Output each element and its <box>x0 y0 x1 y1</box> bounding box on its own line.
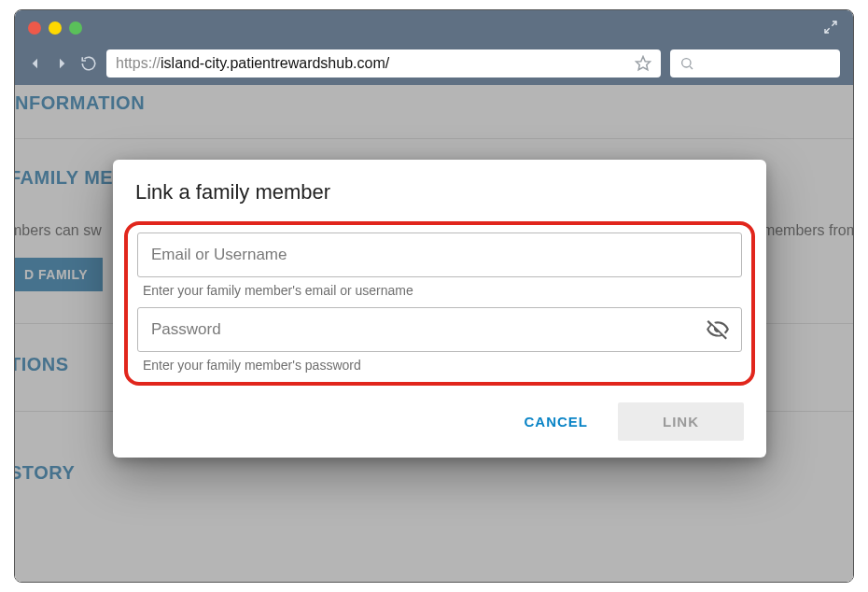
svg-line-4 <box>690 66 693 69</box>
email-username-input[interactable]: Email or Username <box>137 233 742 277</box>
bookmark-star-icon[interactable] <box>635 55 651 72</box>
password-placeholder-text: Password <box>151 320 221 339</box>
url-protocol: https:// <box>116 55 161 72</box>
browser-window: https://island-city.patientrewardshub.co… <box>14 9 854 583</box>
link-button[interactable]: LINK <box>618 402 744 441</box>
dialog-title: Link a family member <box>135 180 744 204</box>
password-input[interactable]: Password <box>137 307 742 352</box>
maximize-window-button[interactable] <box>69 21 82 35</box>
svg-line-1 <box>825 28 830 33</box>
email-helper-text: Enter your family member's email or user… <box>137 277 742 307</box>
email-placeholder-text: Email or Username <box>151 246 287 264</box>
browser-titlebar: https://island-city.patientrewardshub.co… <box>15 10 853 85</box>
annotation-highlight: Email or Username Enter your family memb… <box>124 221 755 386</box>
dialog-actions: CANCEL LINK <box>135 402 744 441</box>
url-text: island-city.patientrewardshub.com/ <box>161 55 389 72</box>
browser-nav-row: https://island-city.patientrewardshub.co… <box>28 49 840 78</box>
close-window-button[interactable] <box>28 21 41 35</box>
refresh-button[interactable] <box>80 55 97 72</box>
link-family-member-dialog: Link a family member Email or Username E… <box>113 160 766 458</box>
minimize-window-button[interactable] <box>49 21 62 35</box>
back-button[interactable] <box>28 56 45 71</box>
expand-icon[interactable] <box>823 20 838 35</box>
forward-button[interactable] <box>54 56 71 71</box>
browser-search-box[interactable] <box>670 49 840 78</box>
svg-line-0 <box>832 21 836 26</box>
svg-point-3 <box>682 59 691 67</box>
search-icon <box>679 56 694 71</box>
svg-marker-2 <box>637 57 651 70</box>
cancel-button[interactable]: CANCEL <box>511 404 602 439</box>
window-controls <box>28 20 840 35</box>
visibility-off-icon[interactable] <box>706 317 730 342</box>
password-helper-text: Enter your family member's password <box>137 352 742 376</box>
address-bar[interactable]: https://island-city.patientrewardshub.co… <box>106 49 661 78</box>
